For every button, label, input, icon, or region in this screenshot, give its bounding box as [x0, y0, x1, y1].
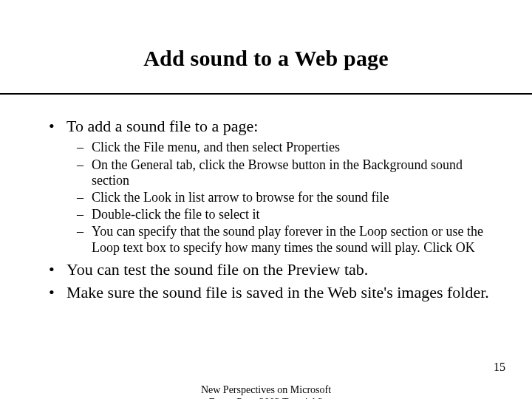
slide: Add sound to a Web page To add a sound f…: [0, 0, 532, 399]
bullet-sub: Click the File menu, and then select Pro…: [66, 140, 491, 155]
bullet-text: You can specify that the sound play fore…: [92, 224, 483, 254]
bullet-sub: You can specify that the sound play fore…: [66, 224, 491, 255]
bullet-text: On the General tab, click the Browse but…: [92, 157, 463, 188]
footer-center: New Perspectives on Microsoft Front. Pag…: [0, 384, 532, 399]
bullet-main-1: To add a sound file to a page: Click the…: [47, 117, 491, 256]
page-number: 15: [494, 361, 505, 374]
bullet-text: Double-click the file to select it: [92, 207, 259, 222]
bullet-sub: Double-click the file to select it: [66, 207, 491, 222]
slide-content: To add a sound file to a page: Click the…: [47, 117, 491, 307]
bullet-main-2: You can test the sound file on the Previ…: [47, 260, 491, 279]
bullet-main-3: Make sure the sound file is saved in the…: [47, 283, 491, 301]
bullet-text: Click the File menu, and then select Pro…: [92, 140, 340, 154]
title-divider: [0, 93, 532, 95]
bullet-text: To add a sound file to a page:: [66, 117, 258, 135]
bullet-text: You can test the sound file on the Previ…: [66, 260, 368, 279]
bullet-sub: On the General tab, click the Browse but…: [66, 157, 491, 188]
footer-line1: New Perspectives on Microsoft: [201, 384, 331, 395]
bullet-text: Make sure the sound file is saved in the…: [66, 283, 489, 301]
bullet-sub: Click the Look in list arrow to browse f…: [66, 190, 491, 205]
slide-title: Add sound to a Web page: [0, 46, 532, 71]
bullet-text: Click the Look in list arrow to browse f…: [92, 190, 389, 205]
